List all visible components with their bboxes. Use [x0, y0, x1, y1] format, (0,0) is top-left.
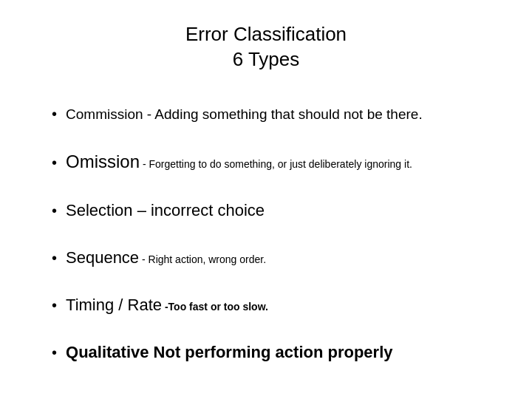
sequence-large: Sequence	[66, 248, 139, 267]
selection-text: Selection – incorrect choice	[66, 201, 265, 219]
bullet-icon: •	[52, 155, 57, 170]
timing-small: -Too fast or too slow.	[162, 301, 268, 313]
item-text-commission: Commission - Adding something that shoul…	[66, 105, 423, 125]
qualitative-text: Qualitative Not performing action proper…	[66, 343, 393, 361]
bullet-icon: •	[52, 250, 57, 265]
title-line1: Error Classification	[37, 22, 495, 47]
timing-large: Timing / Rate	[66, 296, 162, 314]
list-item: • Omission - Forgetting to do something,…	[52, 146, 495, 177]
list-item: • Qualitative Not performing action prop…	[52, 338, 495, 367]
bullet-icon: •	[52, 106, 57, 121]
item-text-qualitative: Qualitative Not performing action proper…	[66, 341, 393, 364]
omission-large: Omission	[66, 151, 140, 171]
commission-main: Commission - Adding something that shoul…	[66, 106, 423, 122]
item-text-selection: Selection – incorrect choice	[66, 200, 265, 222]
item-text-omission: Omission - Forgetting to do something, o…	[66, 149, 412, 174]
item-text-timing: Timing / Rate -Too fast or too slow.	[66, 294, 268, 317]
slide-container: Error Classification 6 Types • Commissio…	[0, 0, 532, 399]
omission-small: - Forgetting to do something, or just de…	[140, 158, 412, 170]
bullet-icon: •	[52, 203, 57, 218]
list-item: • Timing / Rate -Too fast or too slow.	[52, 291, 495, 320]
title-block: Error Classification 6 Types	[37, 22, 495, 72]
list-item: • Selection – incorrect choice	[52, 197, 495, 225]
title-line2: 6 Types	[37, 47, 495, 72]
content-list: • Commission - Adding something that sho…	[37, 93, 495, 377]
bullet-icon: •	[52, 298, 57, 313]
bullet-icon: •	[52, 345, 57, 360]
sequence-small: - Right action, wrong order.	[139, 253, 266, 265]
list-item: • Sequence - Right action, wrong order.	[52, 244, 495, 273]
list-item: • Commission - Adding something that sho…	[52, 102, 495, 128]
item-text-sequence: Sequence - Right action, wrong order.	[66, 247, 266, 270]
